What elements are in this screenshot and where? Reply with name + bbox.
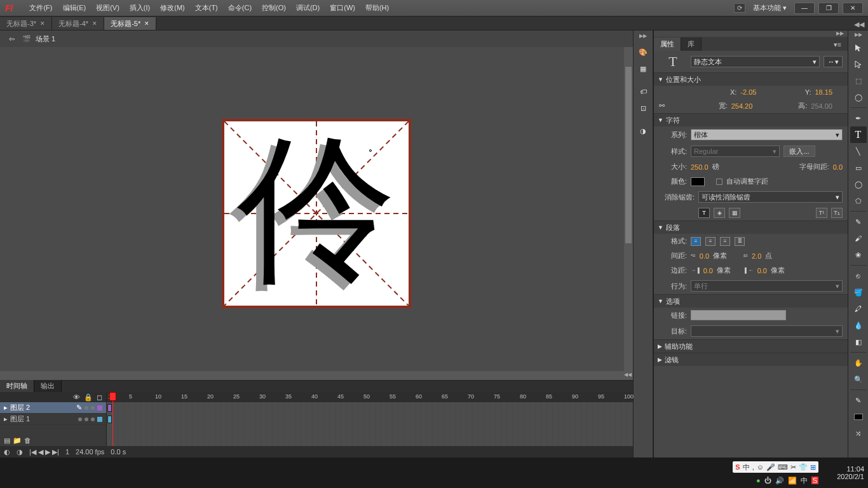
- font-family-select[interactable]: 楷体▾: [691, 129, 843, 140]
- info-panel-icon[interactable]: 🏷: [635, 84, 651, 99]
- visibility-icon[interactable]: 👁: [73, 393, 80, 401]
- fill-color[interactable]: [850, 409, 867, 425]
- t1-toggle[interactable]: T¹: [816, 208, 827, 218]
- section-paragraph[interactable]: ▼段落: [654, 221, 848, 234]
- stage-canvas[interactable]: 伶 伶: [222, 119, 411, 308]
- bone-tool[interactable]: ⎋: [850, 268, 867, 284]
- behavior-select[interactable]: 单行▾: [691, 280, 843, 292]
- oval-tool[interactable]: ◯: [850, 176, 867, 193]
- selection-tool[interactable]: [850, 39, 867, 56]
- tracking-value[interactable]: 0.0: [833, 163, 843, 171]
- layer-row-2[interactable]: ▸图层 2 ✎: [0, 402, 106, 414]
- clock[interactable]: 11:04 2020/2/1: [837, 458, 864, 488]
- frame-ruler[interactable]: 1510152025303540455055606570758085909510…: [107, 392, 633, 402]
- antialias-select[interactable]: 可读性消除锯齿▾: [698, 191, 843, 203]
- menu-insert[interactable]: 插入(I): [125, 3, 155, 13]
- panel-collapse-icon[interactable]: ◀◀: [850, 19, 868, 30]
- horizontal-scrollbar[interactable]: [0, 371, 624, 380]
- panel-expand-icon[interactable]: ▶▶: [654, 30, 848, 37]
- align-left[interactable]: ≡: [691, 237, 701, 246]
- menu-debug[interactable]: 调试(D): [291, 3, 325, 13]
- line-tool[interactable]: ╲: [850, 143, 867, 159]
- panel-menu-icon[interactable]: ▾≡: [827, 39, 848, 51]
- y-value[interactable]: 18.15: [815, 88, 832, 96]
- close-icon[interactable]: ✕: [40, 20, 45, 27]
- scene-label[interactable]: 场景 1: [36, 34, 55, 44]
- tab-untitled-5[interactable]: 无标题-5*✕: [104, 17, 156, 30]
- text-direction-select[interactable]: ↔▾: [824, 56, 843, 67]
- section-character[interactable]: ▼字符: [654, 114, 848, 126]
- swap-colors[interactable]: ⤭: [850, 425, 867, 442]
- section-options[interactable]: ▼选项: [654, 295, 848, 308]
- lasso-tool[interactable]: ◯: [850, 89, 867, 105]
- ink-bottle-tool[interactable]: 🖍: [850, 301, 867, 317]
- eraser-tool[interactable]: ◧: [850, 334, 867, 350]
- size-value[interactable]: 250.0: [691, 163, 709, 171]
- eyedropper-tool[interactable]: 💧: [850, 317, 867, 334]
- delete-layer-button[interactable]: 🗑: [24, 437, 31, 445]
- menu-modify[interactable]: 修改(M): [155, 3, 190, 13]
- playhead[interactable]: [112, 392, 113, 446]
- embed-button[interactable]: 嵌入...: [783, 146, 815, 157]
- indent-value[interactable]: 0.0: [700, 252, 709, 260]
- right-margin-value[interactable]: 0.0: [757, 267, 767, 274]
- deco-tool[interactable]: ❀: [850, 247, 867, 263]
- menu-file[interactable]: 文件(F): [24, 3, 57, 13]
- transform-panel-icon[interactable]: ⊡: [635, 100, 651, 116]
- tab-untitled-4[interactable]: 无标题-4*✕: [52, 17, 104, 30]
- stroke-color[interactable]: ✎: [850, 392, 867, 409]
- stage-area[interactable]: 伶 伶: [0, 47, 633, 380]
- minimize-button[interactable]: —: [794, 3, 815, 14]
- lock-icon[interactable]: 🔒: [84, 393, 93, 402]
- frames-area[interactable]: 1510152025303540455055606570758085909510…: [107, 392, 633, 446]
- menu-text[interactable]: 文本(T): [190, 3, 223, 13]
- close-button[interactable]: ✕: [843, 3, 863, 14]
- fps-value[interactable]: 24.00 fps: [76, 448, 104, 456]
- menu-edit[interactable]: 编辑(E): [58, 3, 92, 13]
- menu-window[interactable]: 窗口(W): [325, 3, 360, 13]
- free-transform-tool[interactable]: ⬚: [850, 72, 867, 89]
- new-layer-button[interactable]: ▤: [4, 437, 10, 445]
- menu-control[interactable]: 控制(O): [257, 3, 291, 13]
- selectable-toggle[interactable]: T: [698, 208, 710, 218]
- color-panel-icon[interactable]: ◑: [635, 123, 651, 139]
- align-right[interactable]: ≡: [720, 237, 730, 246]
- dock-collapse-icon[interactable]: ▶▶: [634, 33, 653, 43]
- onion-skin-icon[interactable]: ◐: [4, 448, 10, 456]
- subscript-toggle[interactable]: ▦: [729, 208, 740, 218]
- left-margin-value[interactable]: 0.0: [703, 267, 713, 274]
- tools-collapse-icon[interactable]: ▶▶: [848, 32, 868, 39]
- align-center[interactable]: ≡: [705, 237, 715, 246]
- maximize-button[interactable]: ❐: [818, 3, 839, 14]
- zoom-tool[interactable]: 🔍: [850, 371, 867, 388]
- paint-bucket-tool[interactable]: 🪣: [850, 284, 867, 301]
- stage-main-char[interactable]: 伶: [237, 131, 396, 290]
- align-panel-icon[interactable]: ▦: [635, 61, 651, 76]
- tab-library[interactable]: 库: [681, 37, 702, 51]
- subselection-tool[interactable]: [850, 56, 867, 72]
- onion-outline-icon[interactable]: ◑: [17, 448, 23, 456]
- pencil-tool[interactable]: ✎: [850, 214, 867, 230]
- x-value[interactable]: -2.05: [740, 88, 756, 96]
- hand-tool[interactable]: ✋: [850, 355, 867, 371]
- superscript-toggle[interactable]: ◈: [714, 208, 725, 218]
- workspace-selector[interactable]: 基本功能 ▾: [749, 3, 790, 13]
- close-icon[interactable]: ✕: [144, 20, 149, 27]
- ime-bar[interactable]: S中,☺🎤⌨✂👕⊞: [733, 461, 818, 473]
- pen-tool[interactable]: ✒: [850, 110, 867, 126]
- polystar-tool[interactable]: ⬠: [850, 193, 867, 209]
- section-filters[interactable]: ▶滤镜: [654, 353, 848, 366]
- scene-icon[interactable]: 🎬: [20, 32, 33, 45]
- link-input[interactable]: [691, 310, 786, 320]
- vertical-scrollbar[interactable]: [624, 47, 633, 380]
- brush-tool[interactable]: 🖌: [850, 230, 867, 247]
- autokern-checkbox[interactable]: [716, 179, 722, 185]
- current-frame[interactable]: 1: [65, 448, 69, 456]
- section-accessibility[interactable]: ▶辅助功能: [654, 340, 848, 353]
- menu-help[interactable]: 帮助(H): [360, 3, 394, 13]
- color-swatch[interactable]: [691, 177, 705, 186]
- line-spacing-value[interactable]: 2.0: [752, 252, 761, 260]
- timeline-collapse-icon[interactable]: ◀◀: [624, 372, 632, 377]
- close-icon[interactable]: ✕: [92, 20, 97, 27]
- rectangle-tool[interactable]: ▭: [850, 159, 867, 176]
